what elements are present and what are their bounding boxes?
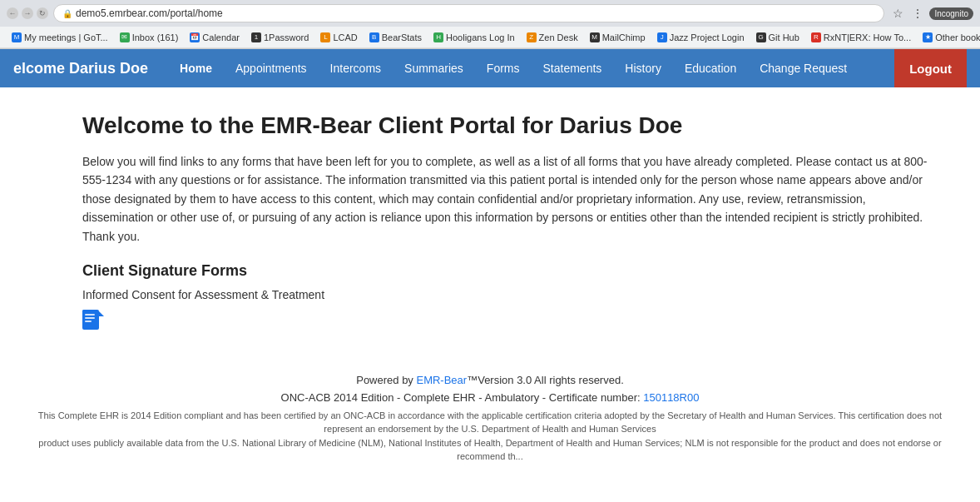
bookmark-rxnt[interactable]: R RxNT|ERX: How To... (806, 31, 916, 44)
bookmark-favicon-hooligans: H (433, 32, 443, 42)
bookmark-label-bearstats: BearStats (382, 32, 422, 42)
nav-link-intercoms[interactable]: Intercoms (319, 52, 393, 85)
footer-powered-suffix: ™Version 3.0 All rights reserved. (467, 374, 624, 386)
navbar: elcome Darius Doe Home Appointments Inte… (0, 49, 980, 87)
bookmark-favicon-jazz: J (657, 32, 667, 42)
bookmark-favicon-inbox: ✉ (120, 32, 130, 42)
extensions-button[interactable]: ⋮ (909, 5, 926, 22)
nav-link-change-request[interactable]: Change Request (748, 52, 859, 85)
bookmark-favicon-rxnt: R (811, 32, 821, 42)
navbar-brand: elcome Darius Doe (13, 60, 148, 77)
bookmark-jazz[interactable]: J Jazz Project Login (652, 31, 750, 44)
bookmark-label-hooligans: Hooligans Log In (446, 32, 515, 42)
nav-link-statements[interactable]: Statements (532, 52, 614, 85)
bookmark-1password[interactable]: 1 1Password (246, 31, 314, 44)
svg-rect-3 (85, 321, 92, 322)
bookmark-calendar[interactable]: 📅 Calendar (185, 31, 245, 44)
document-icon[interactable] (82, 310, 99, 330)
bookmark-label-mailchimp: MailChimp (602, 32, 646, 42)
refresh-button[interactable]: ↻ (37, 7, 48, 19)
bookmark-favicon-zendesk: Z (527, 32, 537, 42)
footer-cert-text: ONC-ACB 2014 Edition - Complete EHR - Am… (281, 391, 644, 404)
svg-rect-2 (85, 317, 95, 319)
bookmark-mailchimp[interactable]: M MailChimp (585, 31, 651, 44)
browser-toolbar: ← → ↻ 🔒 demo5.emrbear.com/portal/home ☆ … (0, 0, 980, 27)
page-intro: Below you will find links to any forms t… (82, 152, 931, 246)
bookmark-label-rxnt: RxNT|ERX: How To... (824, 32, 911, 42)
footer-emrbear-link[interactable]: EMR-Bear (416, 374, 467, 386)
bookmark-meetings[interactable]: M My meetings | GoT... (7, 31, 113, 44)
bookmark-lcad[interactable]: L LCAD (315, 31, 362, 44)
nav-link-appointments[interactable]: Appointments (224, 52, 319, 85)
footer: Powered by EMR-Bear™Version 3.0 All righ… (0, 349, 980, 472)
footer-powered-text: Powered by (356, 374, 416, 386)
footer-disclaimer-1: This Complete EHR is 2014 Edition compli… (32, 409, 948, 436)
footer-disclaimer-2: product uses publicly available data fro… (32, 436, 948, 464)
bookmark-favicon-calendar: 📅 (190, 32, 200, 42)
nav-link-forms[interactable]: Forms (475, 52, 532, 85)
bookmark-bearstats[interactable]: B BearStats (364, 31, 427, 44)
svg-rect-1 (85, 314, 95, 316)
navbar-nav: Home Appointments Intercoms Summaries Fo… (168, 52, 894, 85)
bookmark-label-lcad: LCAD (333, 32, 357, 42)
bookmark-label-1password: 1Password (264, 32, 309, 42)
bookmark-label-jazz: Jazz Project Login (670, 32, 745, 42)
bookmark-favicon-github: G (756, 32, 766, 42)
incognito-badge: Incognito (929, 7, 973, 20)
lock-icon: 🔒 (62, 9, 72, 18)
bookmark-label-inbox: Inbox (161) (132, 32, 179, 42)
bookmarks-bar: M My meetings | GoT... ✉ Inbox (161) 📅 C… (0, 27, 980, 48)
forward-button[interactable]: → (22, 7, 33, 19)
browser-controls: ← → ↻ (7, 7, 48, 19)
bookmark-label-github: Git Hub (769, 32, 799, 42)
nav-link-education[interactable]: Education (673, 52, 748, 85)
bookmark-favicon-1password: 1 (251, 32, 261, 42)
bookmark-inbox[interactable]: ✉ Inbox (161) (115, 31, 184, 44)
bookmark-label-other: Other bookmar... (935, 32, 980, 42)
footer-cert: ONC-ACB 2014 Edition - Complete EHR - Am… (17, 391, 963, 404)
footer-cert-number[interactable]: 150118R00 (643, 391, 699, 404)
browser-actions: ☆ ⋮ Incognito (889, 5, 973, 22)
bookmark-favicon-other: ★ (923, 32, 933, 42)
bookmark-label-calendar: Calendar (202, 32, 240, 42)
bookmark-zendesk[interactable]: Z Zen Desk (522, 31, 583, 44)
logout-button[interactable]: Logout (894, 49, 967, 87)
page-heading: Welcome to the EMR-Bear Client Portal fo… (82, 112, 931, 139)
address-text: demo5.emrbear.com/portal/home (76, 7, 223, 19)
section-title: Client Signature Forms (82, 262, 931, 280)
address-bar[interactable]: 🔒 demo5.emrbear.com/portal/home (53, 4, 884, 22)
back-button[interactable]: ← (7, 7, 18, 19)
nav-link-summaries[interactable]: Summaries (393, 52, 475, 85)
browser-chrome: ← → ↻ 🔒 demo5.emrbear.com/portal/home ☆ … (0, 0, 980, 49)
bookmark-github[interactable]: G Git Hub (751, 31, 804, 44)
bookmark-label-zendesk: Zen Desk (539, 32, 578, 42)
nav-link-history[interactable]: History (613, 52, 673, 85)
bookmark-other[interactable]: ★ Other bookmar... (918, 31, 980, 44)
bookmark-star-button[interactable]: ☆ (889, 5, 906, 22)
bookmark-favicon-bearstats: B (369, 32, 379, 42)
form-link-label: Informed Consent for Assessment & Treatm… (82, 288, 931, 301)
footer-powered: Powered by EMR-Bear™Version 3.0 All righ… (17, 374, 963, 386)
bookmark-label-meetings: My meetings | GoT... (24, 32, 108, 42)
bookmark-favicon-mailchimp: M (590, 32, 600, 42)
bookmark-hooligans[interactable]: H Hooligans Log In (428, 31, 520, 44)
bookmark-favicon-meetings: M (12, 32, 22, 42)
bookmark-favicon-lcad: L (320, 32, 330, 42)
nav-link-home[interactable]: Home (168, 52, 224, 85)
main-content: Welcome to the EMR-Bear Client Portal fo… (32, 87, 948, 349)
